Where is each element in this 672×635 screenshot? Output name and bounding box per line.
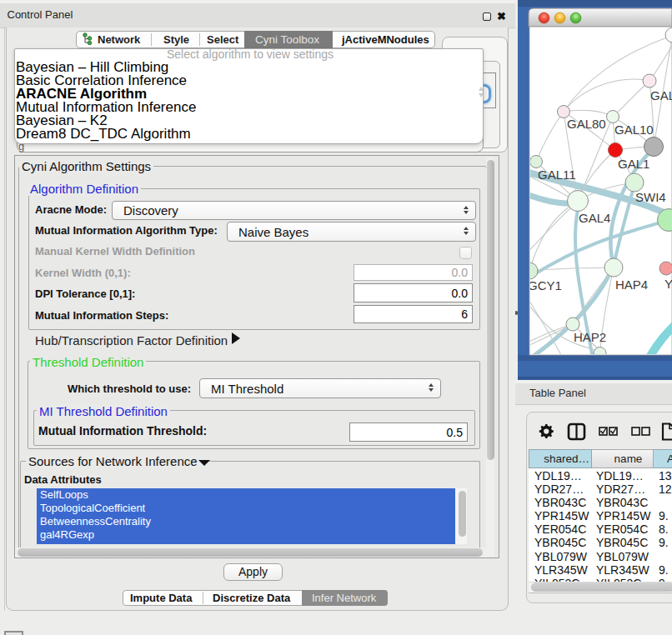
svg-text:GAL80: GAL80 [567,117,606,131]
svg-text:GAL10: GAL10 [614,122,654,137]
svg-text:GAL4: GAL4 [579,211,610,225]
svg-text:HAP4: HAP4 [615,278,648,292]
svg-text:GAL2: GAL2 [650,88,672,102]
svg-text:SWI4: SWI4 [635,190,666,204]
svg-text:GAL1: GAL1 [618,157,649,171]
svg-text:GAL11: GAL11 [538,168,576,182]
svg-text:Y: Y [664,277,672,291]
svg-text:HAP2: HAP2 [574,330,606,344]
svg-text:GCY1: GCY1 [528,278,562,292]
